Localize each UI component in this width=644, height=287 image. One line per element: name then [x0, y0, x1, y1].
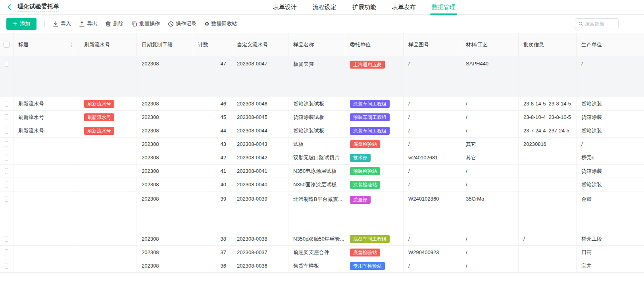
- import-button[interactable]: 导入: [53, 20, 71, 27]
- cell-text: /: [581, 141, 583, 147]
- cell-text: 202308: [142, 128, 159, 134]
- cell-unit: 底盘检验站: [345, 138, 404, 151]
- cell-text: 20230816: [523, 141, 546, 147]
- table-row[interactable]: 20230847202308-0047板簧夹箍上汽通用五菱/SAPH440/: [0, 56, 644, 97]
- cell-text: /: [408, 114, 410, 120]
- column-header-unit[interactable]: 委托单位: [345, 33, 404, 56]
- column-header-title[interactable]: 标题⋮: [13, 33, 79, 56]
- cell-text: 202308-0047: [237, 61, 267, 67]
- column-header-figure[interactable]: 样品图号: [404, 33, 461, 56]
- table-row[interactable]: 20230836202308-0036售货车样板专用车检验站//宝井: [0, 259, 644, 273]
- delete-button[interactable]: 删除: [105, 20, 123, 27]
- export-button[interactable]: 导出: [79, 20, 97, 27]
- back-button[interactable]: [6, 4, 13, 10]
- export-label: 导出: [87, 20, 97, 27]
- table-row[interactable]: 刷新流水号刷新流水号20230844202308-0044货箱涂装试板涂装车间工…: [0, 124, 644, 138]
- row-checkbox[interactable]: [5, 263, 8, 269]
- operation-log-button[interactable]: 操作记录: [168, 20, 196, 27]
- cell-text: 37: [221, 249, 226, 255]
- unit-badge: 上汽通用五菱: [350, 61, 385, 69]
- search-box[interactable]: [575, 18, 619, 29]
- column-more-icon[interactable]: ⋮: [65, 42, 74, 48]
- cell-producer: 桥壳c: [577, 151, 644, 164]
- row-checkbox[interactable]: [5, 168, 8, 174]
- column-header-date[interactable]: 日期复制字段: [137, 33, 193, 56]
- column-header-label: 样品图号: [408, 41, 429, 48]
- table-row[interactable]: 20230839202308-0039北汽制造B平台减震...质量部W24010…: [0, 191, 644, 232]
- page-title: 理化试验委托单: [17, 3, 59, 11]
- cell-text: 刷新流水号: [18, 114, 44, 121]
- column-header-material[interactable]: 材料/工艺: [461, 33, 519, 56]
- cell-text: /: [466, 168, 467, 174]
- row-checkbox[interactable]: [5, 61, 8, 67]
- column-header-label: 委托单位: [350, 41, 371, 48]
- row-checkbox[interactable]: [5, 141, 8, 147]
- column-header-serial[interactable]: 自定义流水号: [232, 33, 288, 56]
- batch-operations-button[interactable]: 批量操作: [131, 20, 160, 27]
- cell-text: 宝井: [581, 262, 592, 270]
- cell-figure: W240102860: [404, 191, 461, 232]
- cell-text: SAPH440: [466, 61, 488, 67]
- column-header-producer[interactable]: 生产单位: [577, 33, 644, 56]
- tab-form-design[interactable]: 表单设计: [273, 0, 297, 15]
- row-checkbox[interactable]: [5, 236, 8, 242]
- cell-text: 售货车样板: [293, 262, 319, 270]
- cell-count: 36: [193, 259, 232, 272]
- row-select-cell: [0, 191, 13, 232]
- cell-text: 43: [221, 141, 226, 147]
- tab-flow-settings[interactable]: 流程设定: [313, 0, 336, 15]
- cell-batch: 23-7-24-4 237-24-5: [519, 124, 577, 137]
- column-header-sample[interactable]: 样品名称: [288, 33, 345, 56]
- table-row[interactable]: 20230842202308-0042双胎无坡口路试切片技术部w24010268…: [0, 151, 644, 165]
- cell-unit: 涂装车间工程组: [345, 111, 404, 124]
- refresh-badge: 刷新流水号: [84, 127, 114, 135]
- table-row[interactable]: 20230837202308-0037前悬架支座合件底盘检验站W29040092…: [0, 246, 644, 259]
- recycle-bin-button[interactable]: ♻ 数据回收站: [204, 20, 237, 27]
- cell-sample: 双胎无坡口路试切片: [288, 151, 345, 164]
- table-row[interactable]: 刷新流水号刷新流水号20230846202308-0046货箱涂装试板涂装车间工…: [0, 97, 644, 111]
- row-checkbox[interactable]: [5, 128, 8, 134]
- cell-date: 202308: [137, 138, 193, 151]
- cell-text: 202308-0037: [237, 249, 267, 255]
- row-checkbox[interactable]: [5, 196, 8, 202]
- cell-figure: /: [404, 138, 461, 151]
- cell-sample: 试板: [288, 138, 345, 151]
- cell-text: /: [466, 182, 467, 188]
- search-input[interactable]: [585, 21, 615, 27]
- unit-badge: 底盘检验站: [350, 140, 380, 148]
- cell-text: 42: [221, 155, 226, 161]
- table-row[interactable]: 20230843202308-0043试板底盘检验站/其它20230816/: [0, 138, 644, 151]
- export-icon: [79, 21, 85, 27]
- row-checkbox[interactable]: [5, 182, 8, 188]
- cell-title: [13, 138, 79, 151]
- row-select-cell: [0, 97, 13, 110]
- recycle-bin-label: 数据回收站: [211, 20, 237, 27]
- table-row[interactable]: 20230840202308-0040N350面漆涂层试板涂装检验站//货箱涂装: [0, 178, 644, 191]
- cell-text: 41: [221, 168, 226, 174]
- table-row[interactable]: 刷新流水号刷新流水号20230845202308-0045货箱涂装试板涂装车间工…: [0, 111, 644, 124]
- tab-extensions[interactable]: 扩展功能: [352, 0, 376, 15]
- row-checkbox[interactable]: [5, 155, 8, 161]
- column-header-batch[interactable]: 批次信息: [519, 33, 577, 56]
- cell-material: 其它: [461, 138, 519, 151]
- cell-material: /: [461, 111, 519, 124]
- row-checkbox[interactable]: [5, 114, 8, 120]
- row-checkbox[interactable]: [5, 101, 8, 107]
- tab-form-publish[interactable]: 表单发布: [392, 0, 416, 15]
- table-row[interactable]: 20230841202308-0041N350电泳涂层试板涂装检验站//货箱涂装: [0, 165, 644, 178]
- cell-unit: 涂装车间工程组: [345, 124, 404, 137]
- cell-sample: 板簧夹箍: [288, 56, 345, 97]
- row-checkbox[interactable]: [5, 249, 8, 255]
- cell-count: 44: [193, 124, 232, 137]
- cell-producer: /: [577, 56, 644, 97]
- cell-producer: 货箱涂装: [577, 111, 644, 124]
- column-header-refresh[interactable]: 刷新流水号: [79, 33, 137, 56]
- tab-data-management[interactable]: 数据管理: [432, 0, 456, 15]
- cell-title: [13, 259, 79, 272]
- recycle-icon: ♻: [204, 21, 210, 27]
- cell-serial: 202308-0036: [232, 259, 288, 272]
- select-all-checkbox[interactable]: [4, 42, 10, 48]
- column-header-count[interactable]: 计数: [193, 33, 232, 56]
- table-row[interactable]: 20230838202308-0038N350p双胎50焊丝验...底盘车间工程…: [0, 232, 644, 246]
- add-button[interactable]: 添加: [6, 18, 37, 30]
